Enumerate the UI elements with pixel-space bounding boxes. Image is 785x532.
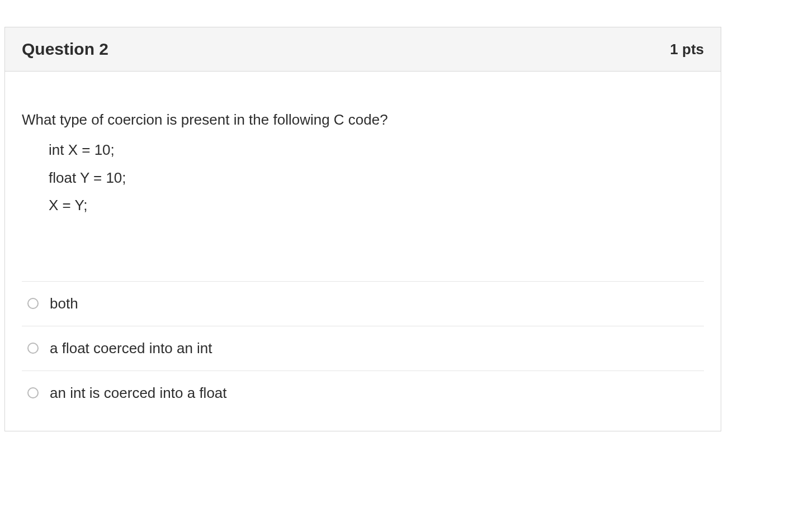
answer-label: both — [50, 295, 78, 312]
answer-label: an int is coerced into a float — [50, 384, 227, 402]
code-line-1: int X = 10; — [49, 136, 704, 164]
question-prompt: What type of coercion is present in the … — [22, 110, 704, 130]
question-body: What type of coercion is present in the … — [5, 72, 721, 431]
answers-list: both a float coerced into an int an int … — [22, 281, 704, 431]
answer-label: a float coerced into an int — [50, 340, 212, 357]
code-line-3: X = Y; — [49, 192, 704, 219]
answer-option[interactable]: both — [22, 281, 704, 326]
question-title: Question 2 — [22, 40, 108, 59]
radio-icon[interactable] — [27, 387, 39, 398]
answer-option[interactable]: a float coerced into an int — [22, 326, 704, 370]
radio-icon[interactable] — [27, 298, 39, 309]
question-header: Question 2 1 pts — [5, 27, 721, 72]
radio-icon[interactable] — [27, 343, 39, 354]
code-block: int X = 10; float Y = 10; X = Y; — [49, 136, 704, 219]
code-line-2: float Y = 10; — [49, 164, 704, 192]
question-card: Question 2 1 pts What type of coercion i… — [4, 27, 721, 431]
question-points: 1 pts — [670, 41, 704, 58]
answer-option[interactable]: an int is coerced into a float — [22, 370, 704, 414]
